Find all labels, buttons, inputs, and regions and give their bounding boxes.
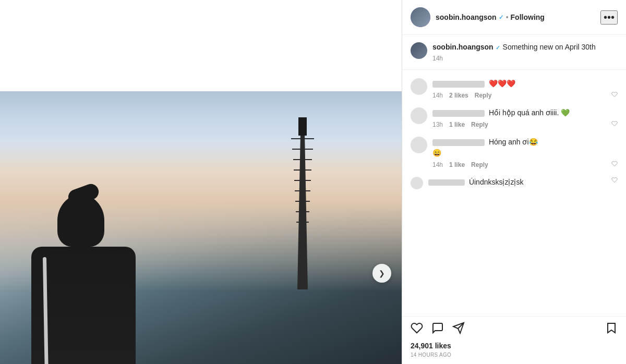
commenter-username-blur (428, 179, 465, 186)
comment-meta: 13h 1 like Reply (432, 120, 618, 128)
comment-heart-icon[interactable] (611, 91, 618, 99)
comment-meta: 14h 2 likes Reply (432, 91, 618, 99)
caption-text-block: soobin.hoangson ✓ Something new on April… (432, 42, 618, 52)
share-button[interactable] (452, 322, 465, 337)
post-photo: ❯ (0, 91, 402, 364)
like-button[interactable] (411, 322, 423, 337)
comment-button[interactable] (431, 322, 444, 337)
tower-silhouette (287, 133, 318, 300)
user-avatar[interactable] (411, 7, 430, 27)
dot-separator: • (506, 13, 509, 21)
comment-time: 14h (432, 92, 443, 99)
comment-item: Hóng anh ơi😂😄 14h 1 like Reply (402, 132, 626, 173)
comment-text: ❤️❤️❤️ (432, 78, 618, 89)
tower-top (298, 117, 307, 136)
next-image-button[interactable]: ❯ (372, 264, 391, 283)
comment-content: Hồi hộp quá anh ơiiii. 💚 (489, 108, 570, 117)
post-time: 14 HOURS AGO (411, 352, 618, 358)
caption-content: soobin.hoangson ✓ Something new on April… (432, 42, 618, 62)
commenter-avatar[interactable] (411, 78, 427, 95)
post-header: soobin.hoangson ✓ • Following ••• (402, 0, 626, 35)
caption-username[interactable]: soobin.hoangson (432, 43, 493, 51)
svg-marker-2 (608, 323, 615, 333)
verified-badge: ✓ (499, 14, 504, 21)
comment-item: ❤️❤️❤️ 14h 2 likes Reply (402, 74, 626, 103)
comment-heart-icon[interactable] (611, 120, 618, 128)
comment-content: ❤️❤️❤️ (489, 79, 515, 88)
comment-time: 13h (432, 121, 443, 128)
reply-button[interactable]: Reply (471, 161, 488, 168)
caption-time: 14h (432, 55, 618, 62)
likes-count: 24,901 likes (411, 342, 618, 350)
comments-list: ❤️❤️❤️ 14h 2 likes Reply Hồi hộp quá anh (402, 70, 626, 316)
caption-row: soobin.hoangson ✓ Something new on April… (411, 42, 618, 62)
comment-likes: 2 likes (449, 92, 468, 99)
comment-item: Úindnksksịzịzịsk (402, 173, 626, 193)
caption-body: Something new on April 30th (503, 43, 596, 51)
comment-likes: 1 like (449, 161, 465, 168)
action-icons-row (411, 322, 618, 337)
post-image-panel: ❯ (0, 0, 402, 364)
caption-verified-icon: ✓ (496, 44, 500, 51)
bookmark-button[interactable] (605, 322, 618, 337)
comment-heart-icon[interactable] (611, 177, 618, 185)
comment-item: Hồi hộp quá anh ơiiii. 💚 13h 1 like Repl… (402, 103, 626, 132)
person-silhouette (16, 195, 172, 364)
more-options-button[interactable]: ••• (600, 10, 618, 25)
comment-text: Úindnksksịzịzịsk (428, 177, 606, 188)
comment-meta: 14h 1 like Reply (432, 161, 618, 168)
comment-likes: 1 like (449, 121, 465, 128)
avatar-image (411, 7, 430, 27)
post-detail-panel: soobin.hoangson ✓ • Following ••• soobin… (402, 0, 626, 364)
comment-body: Úindnksksịzịzịsk (428, 177, 606, 188)
comment-time: 14h (432, 161, 443, 168)
caption-avatar[interactable] (411, 42, 427, 59)
commenter-username-blur (432, 81, 485, 88)
comment-text: Hóng anh ơi😂😄 (432, 137, 618, 159)
comment-body: ❤️❤️❤️ 14h 2 likes Reply (432, 78, 618, 99)
reply-button[interactable]: Reply (471, 121, 488, 128)
header-user-info: soobin.hoangson ✓ • Following (436, 13, 600, 21)
action-bar: 24,901 likes 14 HOURS AGO (402, 316, 626, 364)
header-username-row: soobin.hoangson ✓ • Following (436, 13, 600, 21)
caption-area: soobin.hoangson ✓ Something new on April… (402, 35, 626, 70)
commenter-avatar[interactable] (411, 177, 423, 189)
following-label[interactable]: Following (511, 13, 545, 21)
commenter-avatar[interactable] (411, 107, 427, 124)
header-username[interactable]: soobin.hoangson (436, 13, 497, 21)
comment-text: Hồi hộp quá anh ơiiii. 💚 (432, 107, 618, 118)
chevron-right-icon: ❯ (379, 269, 385, 277)
top-white-area (0, 0, 402, 91)
comment-body: Hóng anh ơi😂😄 14h 1 like Reply (432, 137, 618, 168)
commenter-avatar[interactable] (411, 137, 427, 153)
comment-body: Hồi hộp quá anh ơiiii. 💚 13h 1 like Repl… (432, 107, 618, 128)
reply-button[interactable]: Reply (475, 92, 492, 99)
comment-heart-icon[interactable] (611, 161, 618, 168)
comment-content: Úindnksksịzịzịsk (469, 178, 524, 186)
commenter-username-blur (432, 139, 485, 146)
commenter-username-blur (432, 110, 485, 117)
